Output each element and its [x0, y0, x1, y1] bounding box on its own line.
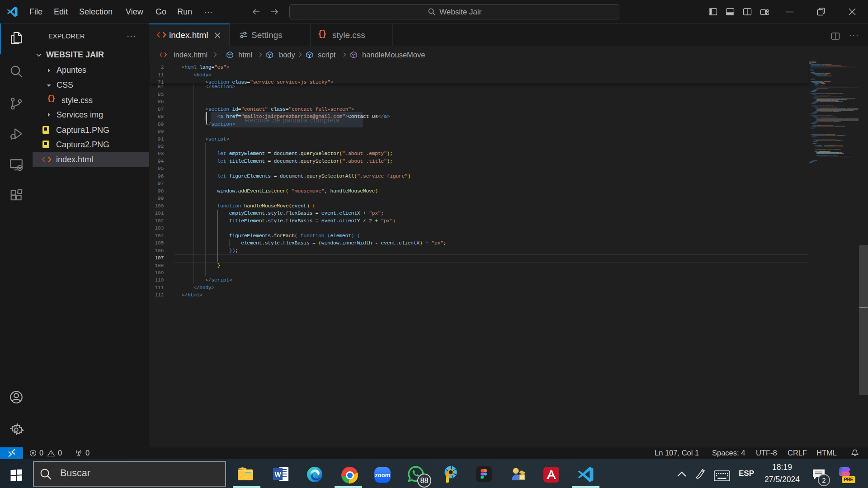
svg-text:W: W: [274, 470, 281, 478]
